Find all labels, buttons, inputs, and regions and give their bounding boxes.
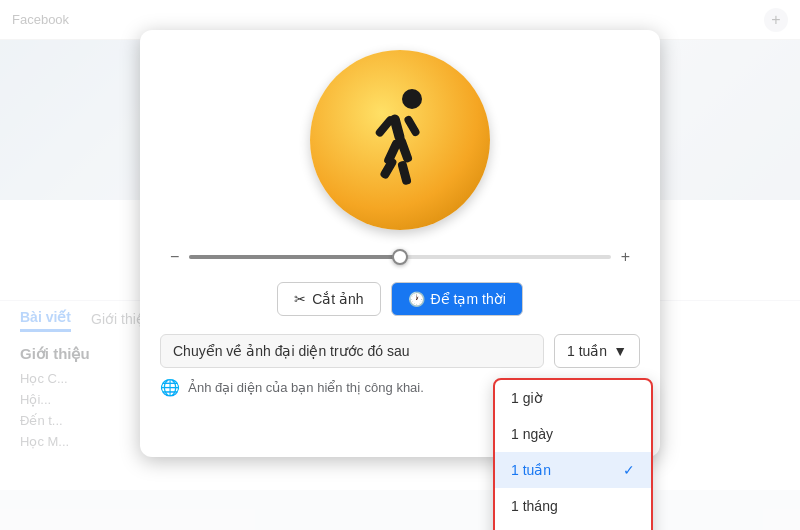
time-label: 1 tuần bbox=[567, 343, 607, 359]
public-note-text: Ảnh đại diện của bạn hiển thị công khai. bbox=[188, 380, 424, 395]
zoom-slider-row: − + bbox=[140, 240, 660, 274]
clock-icon: 🕐 bbox=[408, 291, 425, 307]
avatar-preview-area bbox=[140, 30, 660, 240]
chevron-down-icon: ▼ bbox=[613, 343, 627, 359]
globe-icon: 🌐 bbox=[160, 378, 180, 397]
slider-plus-icon: + bbox=[621, 248, 630, 266]
avatar-circle bbox=[310, 50, 490, 230]
slider-thumb[interactable] bbox=[392, 249, 408, 265]
time-dropdown-menu: 1 giờ 1 ngày 1 tuần ✓ 1 tháng Không bao … bbox=[493, 378, 653, 530]
dropdown-item-1-thang[interactable]: 1 tháng bbox=[495, 488, 651, 524]
dropdown-item-khong-bao-gio[interactable]: Không bao giờ bbox=[495, 524, 651, 530]
svg-rect-5 bbox=[397, 160, 412, 186]
dropdown-item-1-gio[interactable]: 1 giờ bbox=[495, 380, 651, 416]
chuyen-ve-row: Chuyển về ảnh đại diện trước đó sau 1 tu… bbox=[160, 334, 640, 368]
time-dropdown-button[interactable]: 1 tuần ▼ bbox=[554, 334, 640, 368]
cat-anh-button[interactable]: ✂ Cắt ảnh bbox=[277, 282, 380, 316]
crop-icon: ✂ bbox=[294, 291, 306, 307]
action-buttons-row: ✂ Cắt ảnh 🕐 Để tạm thời bbox=[140, 274, 660, 324]
dropdown-label-1-tuan: 1 tuần bbox=[511, 462, 551, 478]
check-icon: ✓ bbox=[623, 462, 635, 478]
svg-rect-7 bbox=[379, 156, 398, 180]
dropdown-label-1-thang: 1 tháng bbox=[511, 498, 558, 514]
zoom-slider[interactable] bbox=[189, 255, 610, 259]
cat-anh-label: Cắt ảnh bbox=[312, 291, 363, 307]
dropdown-label-1-gio: 1 giờ bbox=[511, 390, 543, 406]
dropdown-item-1-tuan[interactable]: 1 tuần ✓ bbox=[495, 452, 651, 488]
chuyen-ve-text: Chuyển về ảnh đại diện trước đó sau bbox=[160, 334, 544, 368]
svg-point-0 bbox=[402, 89, 422, 109]
dropdown-item-1-ngay[interactable]: 1 ngày bbox=[495, 416, 651, 452]
de-tam-thoi-label: Để tạm thời bbox=[431, 291, 506, 307]
slider-minus-icon: − bbox=[170, 248, 179, 266]
svg-rect-3 bbox=[403, 114, 421, 137]
dropdown-label-1-ngay: 1 ngày bbox=[511, 426, 553, 442]
slider-fill bbox=[189, 255, 400, 259]
runner-icon bbox=[350, 85, 450, 195]
de-tam-thoi-button[interactable]: 🕐 Để tạm thời bbox=[391, 282, 523, 316]
